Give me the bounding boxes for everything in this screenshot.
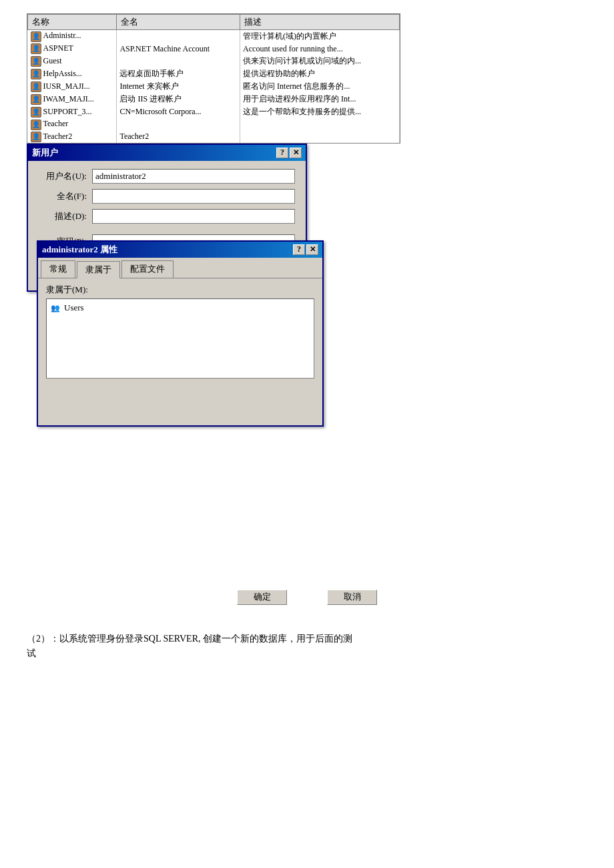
- desc-label: 描述(D):: [39, 210, 92, 222]
- user-icon: 👤: [31, 107, 41, 118]
- user-fullname-cell: Teacher2: [117, 131, 240, 143]
- properties-dialog: administrator2 属性 ? ✕ 常规 隶属于 配置文件 隶属于(M)…: [37, 240, 324, 427]
- user-desc-cell: 供来宾访问计算机或访问域的内...: [240, 55, 400, 67]
- bottom-text: （2）：以系统管理身份登录SQL SERVER, 创建一个新的数据库，用于后面的…: [27, 632, 587, 662]
- user-desc-cell: 提供远程协助的帐户: [240, 67, 400, 80]
- footer-buttons: 确定 取消: [27, 579, 587, 616]
- bottom-line2: 试: [27, 646, 587, 661]
- user-fullname-cell: CN=Microsoft Corpora...: [117, 105, 240, 118]
- fullname-input[interactable]: [92, 189, 295, 204]
- tab-member-of[interactable]: 隶属于: [77, 261, 120, 278]
- user-icon: 👤: [31, 31, 41, 42]
- user-fullname-cell: 启动 IIS 进程帐户: [117, 93, 240, 105]
- user-name-cell: 👤Administr...: [28, 30, 117, 43]
- member-name: Users: [64, 302, 84, 313]
- user-icon: 👤: [31, 120, 41, 130]
- titlebar-buttons: ? ✕: [276, 148, 302, 158]
- desc-input[interactable]: [92, 209, 295, 224]
- user-desc-cell: Account used for running the...: [240, 43, 400, 55]
- new-user-titlebar: 新用户 ? ✕: [28, 145, 306, 161]
- table-row[interactable]: 👤Administr...管理计算机(域)的内置帐户: [28, 30, 400, 43]
- table-row[interactable]: 👤ASPNETASP.NET Machine AccountAccount us…: [28, 43, 400, 55]
- user-name-cell: 👤IWAM_MAJI...: [28, 93, 117, 105]
- user-fullname-cell: ASP.NET Machine Account: [117, 43, 240, 55]
- fullname-row: 全名(F):: [39, 189, 295, 204]
- tab-general[interactable]: 常规: [41, 260, 75, 278]
- member-of-label: 隶属于(M):: [46, 284, 314, 296]
- properties-titlebar-buttons: ? ✕: [293, 244, 318, 255]
- member-list-box: Users: [46, 298, 314, 379]
- user-icon: 👤: [31, 81, 41, 92]
- username-label: 用户名(U):: [39, 170, 92, 182]
- properties-title: administrator2 属性: [42, 244, 117, 256]
- table-row[interactable]: 👤IUSR_MAJI...Internet 来宾帐户匿名访问 Internet …: [28, 80, 400, 93]
- desc-row: 描述(D):: [39, 209, 295, 224]
- user-icon: 👤: [31, 69, 41, 79]
- user-icon: 👤: [31, 56, 41, 67]
- user-name-cell: 👤Teacher2: [28, 131, 117, 143]
- tab-profile[interactable]: 配置文件: [121, 260, 174, 278]
- user-icon: 👤: [31, 94, 41, 105]
- properties-body: 隶属于(M): Users: [38, 278, 322, 399]
- user-icon: 👤: [31, 43, 41, 54]
- cancel-button[interactable]: 取消: [327, 590, 377, 605]
- username-row: 用户名(U):: [39, 169, 295, 184]
- user-desc-cell: [240, 131, 400, 143]
- table-row[interactable]: 👤SUPPORT_3...CN=Microsoft Corpora...这是一个…: [28, 105, 400, 118]
- new-user-title: 新用户: [32, 147, 58, 159]
- fullname-label: 全名(F):: [39, 190, 92, 202]
- ok-button[interactable]: 确定: [237, 590, 287, 605]
- table-row[interactable]: 👤IWAM_MAJI...启动 IIS 进程帐户用于启动进程外应用程序的 Int…: [28, 93, 400, 105]
- user-fullname-cell: Internet 来宾帐户: [117, 80, 240, 93]
- user-name-cell: 👤Teacher: [28, 118, 117, 130]
- user-fullname-cell: [117, 30, 240, 43]
- table-row[interactable]: 👤HelpAssis...远程桌面助手帐户提供远程协助的帐户: [28, 67, 400, 80]
- bottom-line1: （2）：以系统管理身份登录SQL SERVER, 创建一个新的数据库，用于后面的…: [27, 632, 587, 646]
- user-list-panel: 名称 全名 描述 👤Administr...管理计算机(域)的内置帐户👤ASPN…: [27, 13, 400, 144]
- user-fullname-cell: [117, 55, 240, 67]
- col-header-name: 名称: [28, 15, 117, 30]
- user-fullname-cell: [117, 118, 240, 130]
- user-desc-cell: 匿名访问 Internet 信息服务的...: [240, 80, 400, 93]
- table-row[interactable]: 👤Teacher2Teacher2: [28, 131, 400, 143]
- user-icon: 👤: [31, 132, 41, 142]
- member-item: Users: [49, 302, 311, 314]
- user-desc-cell: 用于启动进程外应用程序的 Int...: [240, 93, 400, 105]
- user-table: 名称 全名 描述 👤Administr...管理计算机(域)的内置帐户👤ASPN…: [27, 14, 400, 143]
- col-header-desc: 描述: [240, 15, 400, 30]
- user-name-cell: 👤Guest: [28, 55, 117, 67]
- properties-titlebar: administrator2 属性 ? ✕: [38, 242, 322, 258]
- user-name-cell: 👤IUSR_MAJI...: [28, 80, 117, 93]
- user-name-cell: 👤ASPNET: [28, 43, 117, 55]
- properties-help-button[interactable]: ?: [293, 244, 305, 255]
- user-fullname-cell: 远程桌面助手帐户: [117, 67, 240, 80]
- username-input[interactable]: [92, 169, 295, 184]
- table-row[interactable]: 👤Guest供来宾访问计算机或访问域的内...: [28, 55, 400, 67]
- user-desc-cell: 管理计算机(域)的内置帐户: [240, 30, 400, 43]
- user-desc-cell: [240, 118, 400, 130]
- tabs-row: 常规 隶属于 配置文件: [38, 258, 322, 278]
- properties-close-button[interactable]: ✕: [306, 244, 318, 255]
- group-icon: [51, 302, 61, 313]
- table-row[interactable]: 👤Teacher: [28, 118, 400, 130]
- user-desc-cell: 这是一个帮助和支持服务的提供...: [240, 105, 400, 118]
- user-name-cell: 👤HelpAssis...: [28, 67, 117, 80]
- help-button[interactable]: ?: [276, 148, 288, 158]
- user-name-cell: 👤SUPPORT_3...: [28, 105, 117, 118]
- col-header-fullname: 全名: [117, 15, 240, 30]
- close-button[interactable]: ✕: [290, 148, 302, 158]
